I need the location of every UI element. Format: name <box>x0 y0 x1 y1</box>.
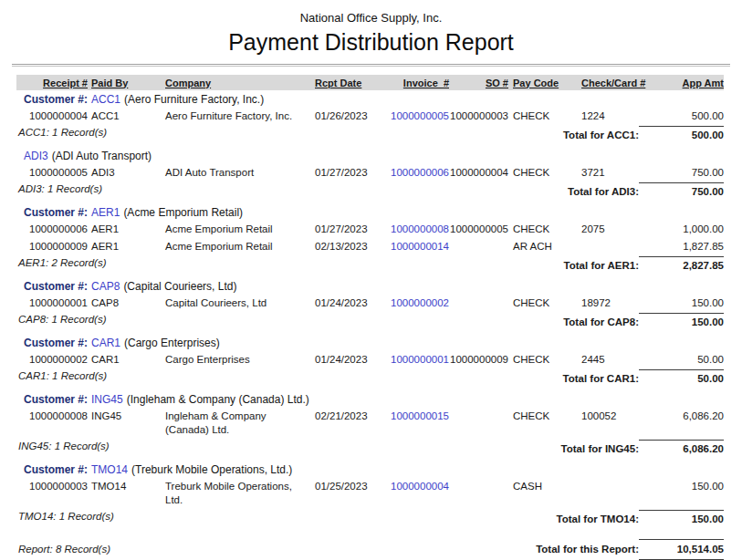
cell-app_amt: 6,086.20 <box>639 410 724 423</box>
group-total-label: Total for AER1: <box>564 256 639 273</box>
customer-number-label: Customer #: <box>24 280 88 293</box>
cell-pay_code: CHECK <box>508 296 575 310</box>
cell-pay_code: CHECK <box>508 353 575 367</box>
cell-app_amt: 150.00 <box>639 480 724 493</box>
customer-group: Customer #:CAR1(Cargo Enterprises) 10000… <box>16 334 724 386</box>
customer-group: Customer #:ING45(Ingleham & Company (Can… <box>16 390 724 456</box>
column-header-so: SO # <box>449 78 508 88</box>
payment-row: 1000000006AER1Acme Emporium Retail01/27/… <box>16 221 724 238</box>
cell-check_card: 2445 <box>575 353 639 367</box>
payment-row: 1000000008ING45Ingleham & Company (Canad… <box>16 408 724 439</box>
customer-group: Customer #:TMO14(Treburk Mobile Operatio… <box>16 461 724 526</box>
invoice-link[interactable]: 1000000006 <box>383 166 449 180</box>
cell-so: 1000000004 <box>449 166 508 180</box>
cell-rcpt_date: 02/21/2023 <box>312 410 383 423</box>
customer-group: Customer #:AER1(Acme Emporium Retail) 10… <box>16 203 724 273</box>
cell-receipt: 1000000003 <box>16 480 88 493</box>
cell-so: 1000000005 <box>449 223 508 236</box>
group-record-count: ING45: 1 Record(s) <box>16 440 110 453</box>
invoice-link[interactable]: 1000000002 <box>383 296 449 310</box>
cell-receipt: 1000000008 <box>16 410 88 423</box>
cell-paid_by: AER1 <box>88 240 162 254</box>
group-total-label: Total for ACC1: <box>563 126 639 142</box>
cell-paid_by: ACC1 <box>88 109 162 123</box>
cell-paid_by: ING45 <box>88 410 162 423</box>
cell-so: 1000000009 <box>449 353 508 367</box>
table-header-row: Receipt #Paid ByCompanyRcpt DateInvoice … <box>16 75 724 90</box>
customer-group-header: Customer #:CAP8(Capital Courieers, Ltd) <box>16 277 724 295</box>
group-total-amount: 750.00 <box>639 182 724 199</box>
customer-group: ADI3(ADI Auto Transport) 1000000005ADI3A… <box>16 147 724 199</box>
invoice-link[interactable]: 1000000001 <box>383 353 449 367</box>
cell-app_amt: 1,827.85 <box>639 240 724 254</box>
customer-code-link[interactable]: TMO14 <box>91 463 128 476</box>
cell-company: Treburk Mobile Operations, Ltd. <box>162 480 312 507</box>
customer-name: (Capital Courieers, Ltd) <box>123 280 236 293</box>
cell-app_amt: 150.00 <box>639 296 724 310</box>
report-record-count: Report: 8 Record(s) <box>16 539 110 556</box>
customer-name: (Aero Furniture Factory, Inc.) <box>124 93 264 106</box>
customer-code-link[interactable]: CAR1 <box>91 337 120 349</box>
invoice-link[interactable]: 1000000008 <box>383 223 449 236</box>
customer-code-link[interactable]: ING45 <box>91 393 123 406</box>
cell-app_amt: 500.00 <box>639 109 724 123</box>
customer-name: (ADI Auto Transport) <box>52 150 152 162</box>
cell-pay_code: CHECK <box>508 223 575 236</box>
group-record-count: CAP8: 1 Record(s) <box>16 313 107 327</box>
customer-code-link[interactable]: AER1 <box>91 206 120 219</box>
group-total-row: ACC1: 1 Record(s) Total for ACC1: 500.00 <box>16 125 724 142</box>
group-total-amount: 500.00 <box>639 126 724 142</box>
customer-code-link[interactable]: ADI3 <box>24 150 48 162</box>
cell-rcpt_date: 01/26/2023 <box>312 109 383 123</box>
group-total-label: Total for ING45: <box>561 440 639 456</box>
invoice-link[interactable]: 1000000005 <box>383 109 449 123</box>
group-record-count: ADI3: 1 Record(s) <box>16 182 102 196</box>
customer-group-header: Customer #:ING45(Ingleham & Company (Can… <box>16 390 724 408</box>
group-total-amount: 150.00 <box>639 510 724 526</box>
title-divider <box>12 64 730 67</box>
column-header-pay_code: Pay Code <box>508 78 575 88</box>
customer-number-label: Customer #: <box>24 337 88 349</box>
customer-group-header: ADI3(ADI Auto Transport) <box>16 147 724 164</box>
customer-number-label: Customer #: <box>24 463 88 476</box>
customer-code-link[interactable]: CAP8 <box>91 280 120 293</box>
customer-group-header: Customer #:CAR1(Cargo Enterprises) <box>16 334 724 351</box>
cell-company: Acme Emporium Retail <box>162 223 312 236</box>
cell-receipt: 1000000004 <box>16 109 88 123</box>
cell-rcpt_date: 01/27/2023 <box>312 166 383 180</box>
customer-code-link[interactable]: ACC1 <box>91 93 120 106</box>
cell-receipt: 1000000006 <box>16 223 88 236</box>
customer-name: (Ingleham & Company (Canada) Ltd.) <box>127 393 309 406</box>
group-rows: 1000000008ING45Ingleham & Company (Canad… <box>16 408 724 439</box>
column-header-invoice: Invoice # <box>383 78 449 88</box>
group-total-row: ADI3: 1 Record(s) Total for ADI3: 750.00 <box>16 181 724 199</box>
group-total-label: Total for CAP8: <box>563 313 639 329</box>
cell-check_card: 1224 <box>575 109 639 123</box>
cell-app_amt: 1,000.00 <box>639 223 724 236</box>
cell-receipt: 1000000002 <box>16 353 88 367</box>
payment-row: 1000000002CAR1Cargo Enterprises01/24/202… <box>16 351 724 368</box>
payment-row: 1000000001CAP8Capital Courieers, Ltd01/2… <box>16 295 724 312</box>
cell-app_amt: 750.00 <box>639 166 724 180</box>
cell-company: Aero Furniture Factory, Inc. <box>162 109 312 123</box>
cell-pay_code: CHECK <box>508 410 575 423</box>
column-header-receipt: Receipt # <box>16 78 88 88</box>
customer-name: (Acme Emporium Retail) <box>123 206 243 219</box>
group-record-count: CAR1: 1 Record(s) <box>16 369 107 383</box>
customer-number-label: Customer #: <box>24 206 88 219</box>
report-table: Receipt #Paid ByCompanyRcpt DateInvoice … <box>16 75 724 560</box>
cell-paid_by: CAP8 <box>88 296 162 310</box>
invoice-link[interactable]: 1000000015 <box>383 410 449 423</box>
invoice-link[interactable]: 1000000014 <box>383 240 449 254</box>
cell-paid_by: AER1 <box>88 223 162 236</box>
company-name: National Office Supply, Inc. <box>0 11 742 25</box>
invoice-link[interactable]: 1000000004 <box>383 480 449 493</box>
customer-group-header: Customer #:AER1(Acme Emporium Retail) <box>16 203 724 221</box>
column-header-app_amt: App Amt <box>639 78 724 88</box>
customer-group-header: Customer #:TMO14(Treburk Mobile Operatio… <box>16 461 724 478</box>
customer-name: (Cargo Enterprises) <box>124 337 220 349</box>
cell-so: 1000000003 <box>449 109 508 123</box>
group-total-row: CAP8: 1 Record(s) Total for CAP8: 150.00 <box>16 312 724 329</box>
cell-check_card: 2075 <box>575 223 639 236</box>
column-header-company: Company <box>162 78 312 88</box>
